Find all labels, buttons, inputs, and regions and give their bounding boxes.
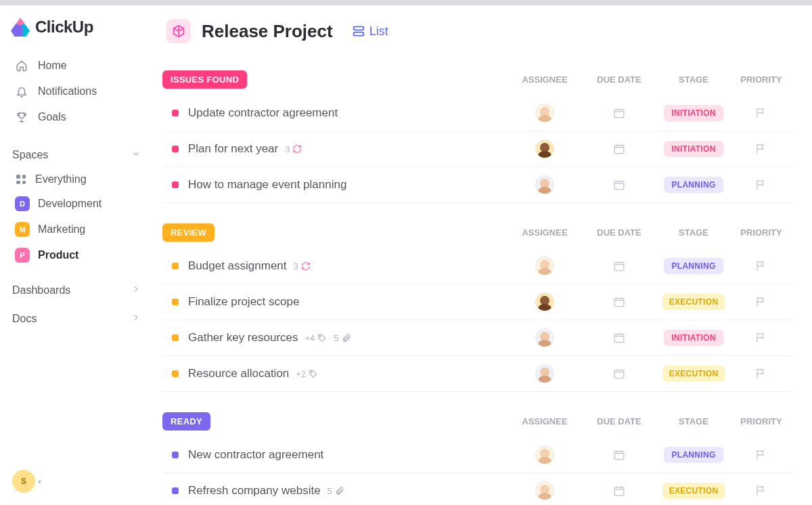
sidebar-item-docs[interactable]: Docs [9, 305, 146, 333]
task-title: How to manage event planning [188, 178, 346, 192]
stage-badge[interactable]: INITIATION [664, 330, 723, 346]
chevron-down-icon [131, 149, 141, 161]
task-title: Resource allocation [188, 367, 289, 380]
col-assignee[interactable]: ASSIGNEE [508, 74, 582, 85]
priority-cell[interactable] [731, 449, 792, 461]
status-dot [172, 487, 179, 494]
trophy-icon [15, 110, 28, 124]
task-row[interactable]: Plan for next year3 INITIATION [162, 131, 792, 167]
task-row[interactable]: Budget assignment3 PLANNING [162, 248, 792, 284]
priority-cell[interactable] [731, 260, 792, 272]
stage-badge[interactable]: INITIATION [664, 141, 723, 157]
docs-label: Docs [12, 313, 37, 325]
stage-badge[interactable]: PLANNING [664, 177, 723, 193]
status-pill[interactable]: ISSUES FOUND [162, 70, 247, 89]
task-row[interactable]: Gather key resources+4 5 INITIATION [162, 320, 792, 356]
status-pill[interactable]: REVIEW [162, 223, 215, 242]
priority-cell[interactable] [731, 107, 792, 119]
sidebar-item-goals[interactable]: Goals [9, 104, 146, 130]
priority-cell[interactable] [731, 143, 792, 155]
app-name: ClickUp [35, 18, 93, 37]
sidebar-item-dashboards[interactable]: Dashboards [9, 276, 146, 305]
stage-badge[interactable]: EXECUTION [662, 294, 725, 310]
priority-cell[interactable] [731, 485, 792, 497]
spaces-header[interactable]: Spaces [9, 142, 146, 168]
col-stage[interactable]: STAGE [656, 74, 731, 85]
view-switcher-list[interactable]: List [352, 24, 388, 39]
assignee-avatar[interactable] [535, 481, 554, 500]
assignee-avatar[interactable] [535, 104, 554, 123]
assignee-avatar[interactable] [535, 292, 554, 311]
sidebar-item-everything[interactable]: Everything [9, 168, 146, 191]
status-dot [172, 263, 179, 269]
sidebar-item-home[interactable]: Home [9, 53, 146, 79]
sidebar-space-development[interactable]: DDevelopment [9, 191, 146, 217]
priority-cell[interactable] [731, 368, 792, 380]
task-row[interactable]: Finalize project scopeEXECUTION [162, 284, 792, 320]
task-row[interactable]: Update contractor agreementINITIATION [162, 95, 792, 131]
home-icon [15, 59, 28, 72]
col-due-date[interactable]: DUE DATE [582, 227, 656, 238]
assignee-avatar[interactable] [535, 139, 554, 158]
priority-cell[interactable] [731, 296, 792, 308]
assignee-avatar[interactable] [535, 445, 554, 464]
page-header: Release Project List [162, 19, 792, 43]
nav-label: Home [38, 60, 67, 72]
assignee-avatar[interactable] [535, 364, 554, 383]
due-date-cell[interactable] [582, 332, 656, 344]
user-avatar: S [12, 470, 35, 493]
list-icon [352, 24, 365, 38]
subtask-count: 3 [294, 261, 311, 271]
due-date-cell[interactable] [582, 296, 656, 308]
task-title: Gather key resources [188, 331, 298, 345]
spaces-label: Spaces [12, 149, 48, 161]
due-date-cell[interactable] [582, 260, 656, 272]
col-priority[interactable]: PRIORITY [731, 227, 792, 238]
app-logo[interactable]: ClickUp [11, 18, 146, 37]
assignee-avatar[interactable] [535, 328, 554, 347]
col-stage[interactable]: STAGE [656, 416, 731, 426]
chevron-right-icon [131, 284, 141, 297]
stage-badge[interactable]: PLANNING [664, 447, 723, 463]
stage-badge[interactable]: INITIATION [664, 105, 723, 121]
col-due-date[interactable]: DUE DATE [582, 74, 656, 85]
sidebar-item-notifications[interactable]: Notifications [9, 79, 146, 104]
col-priority[interactable]: PRIORITY [731, 416, 792, 426]
task-title: Plan for next year [188, 142, 278, 156]
assignee-avatar[interactable] [535, 257, 554, 276]
due-date-cell[interactable] [582, 485, 656, 497]
task-row[interactable]: Resource allocation+2 EXECUTION [162, 356, 792, 392]
col-assignee[interactable]: ASSIGNEE [508, 227, 582, 238]
sidebar-space-marketing[interactable]: MMarketing [9, 217, 146, 242]
svg-rect-5 [614, 263, 624, 271]
priority-cell[interactable] [731, 332, 792, 344]
sidebar-space-product[interactable]: PProduct [9, 242, 146, 268]
col-due-date[interactable]: DUE DATE [582, 416, 656, 426]
svg-rect-6 [614, 299, 624, 307]
user-menu[interactable]: S ▾ [12, 470, 41, 493]
priority-cell[interactable] [731, 179, 792, 191]
col-assignee[interactable]: ASSIGNEE [508, 416, 582, 426]
status-pill[interactable]: READY [162, 412, 210, 431]
due-date-cell[interactable] [582, 107, 656, 119]
assignee-avatar[interactable] [535, 175, 554, 194]
stage-badge[interactable]: PLANNING [664, 258, 723, 274]
stage-badge[interactable]: EXECUTION [662, 483, 725, 499]
project-icon[interactable] [166, 19, 191, 43]
space-label: Marketing [38, 223, 85, 236]
due-date-cell[interactable] [582, 179, 656, 191]
col-priority[interactable]: PRIORITY [731, 74, 792, 85]
svg-rect-0 [353, 26, 363, 30]
task-row[interactable]: New contractor agreementPLANNING [162, 437, 792, 473]
due-date-cell[interactable] [582, 368, 656, 380]
due-date-cell[interactable] [582, 143, 656, 155]
svg-rect-11 [614, 452, 624, 460]
col-stage[interactable]: STAGE [656, 227, 731, 238]
space-label: Development [38, 198, 102, 210]
task-row[interactable]: How to manage event planningPLANNING [162, 167, 792, 203]
svg-rect-8 [614, 334, 624, 343]
stage-badge[interactable]: EXECUTION [662, 366, 725, 382]
group-header: REVIEWASSIGNEEDUE DATESTAGEPRIORITY [162, 223, 792, 248]
due-date-cell[interactable] [582, 449, 656, 461]
task-row[interactable]: Refresh company website5 EXECUTION [162, 473, 792, 505]
